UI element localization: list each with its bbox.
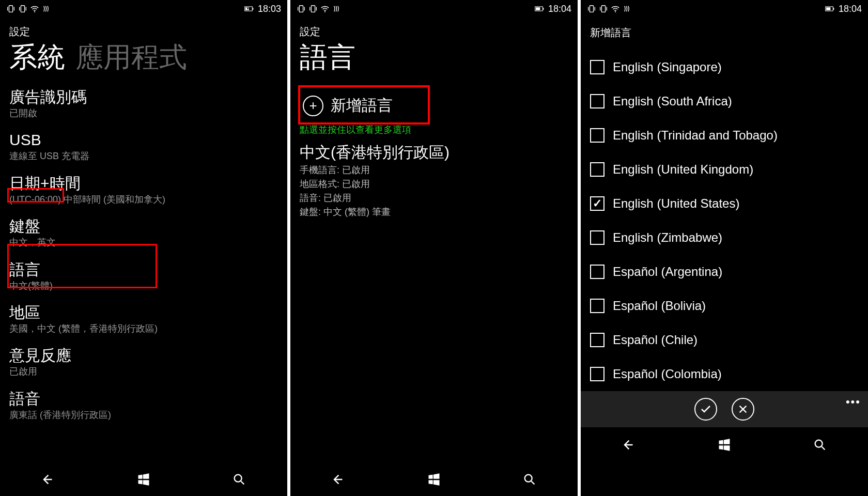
wifi-icon [320,4,330,13]
search-button[interactable] [810,435,830,455]
confirm-button[interactable] [694,398,717,421]
language-option[interactable]: English (Singapore) [590,50,859,84]
language-option[interactable]: English (United Kingdom) [590,152,859,187]
setting-title: USB [9,131,278,149]
nav-bar [290,462,578,496]
svg-rect-8 [311,6,315,12]
language-option-label: English (Trinidad and Tobago) [613,128,778,143]
language-detail: 語音: 已啟用 [300,191,568,205]
setting-subtitle: 美國，中文 (繁體，香港特別行政區) [9,323,278,335]
svg-rect-7 [299,6,303,12]
language-option-label: Español (Bolivia) [613,299,706,313]
svg-rect-4 [253,8,253,10]
language-detail: 鍵盤: 中文 (繁體) 筆畫 [300,205,568,219]
language-option-label: English (Zimbabwe) [613,230,722,245]
language-option[interactable]: Español (Bolivia) [590,289,859,323]
svg-point-16 [615,11,616,12]
checkbox-icon[interactable] [590,333,605,347]
back-button[interactable] [38,469,58,490]
app-bar: ••• [581,391,868,427]
language-option-label: Español (Colombia) [613,367,722,381]
phone-screen-system-settings: 18:03 設定 系統 應用程式 廣告識別碼 已開啟 USB 連線至 USB 充… [0,0,287,496]
sync-icon [332,4,342,13]
setting-speech[interactable]: 語音 廣東話 (香港特別行政區) [9,384,278,427]
setting-advertising-id[interactable]: 廣告識別碼 已開啟 [9,83,278,126]
checkbox-icon[interactable] [590,94,605,109]
setting-subtitle: 已開啟 [9,107,278,119]
vibrate-icon [6,4,16,13]
language-list[interactable]: English (Singapore)English (South Africa… [581,40,868,391]
svg-rect-1 [21,6,24,12]
svg-rect-19 [826,7,830,10]
svg-point-13 [525,474,532,482]
sync-icon [42,4,51,13]
search-button[interactable] [519,469,540,490]
language-option-label: English (United Kingdom) [613,162,753,177]
setting-usb[interactable]: USB 連線至 USB 充電器 [9,126,278,168]
setting-title: 廣告識別碼 [9,88,278,106]
svg-rect-15 [601,6,605,12]
language-option[interactable]: English (Zimbabwe) [590,221,859,255]
battery-icon [825,4,834,13]
setting-region[interactable]: 地區 美國，中文 (繁體，香港特別行政區) [9,298,278,341]
status-time: 18:04 [548,4,571,14]
back-button[interactable] [618,435,639,455]
svg-point-9 [324,11,326,12]
checkbox-icon[interactable] [590,367,605,381]
status-time: 18:04 [839,4,862,14]
checkbox-icon[interactable] [590,128,605,143]
language-option[interactable]: English (South Africa) [590,84,859,118]
setting-feedback[interactable]: 意見反應 已啟用 [9,341,278,384]
setting-title: 語音 [9,390,278,408]
wifi-icon [30,4,39,13]
battery-icon [535,4,544,13]
vibrate-icon [18,4,27,13]
search-button[interactable] [229,469,250,490]
svg-rect-18 [833,8,834,10]
language-option[interactable]: Español (Chile) [590,323,859,357]
language-option-label: English (United States) [613,196,739,211]
language-content: + 新增語言 點選並按住以查看更多選項 中文(香港特別行政區) 手機語言: 已啟… [290,82,578,462]
nav-bar [0,462,287,496]
phone-screen-add-language: 18:04 新增語言 English (Singapore)English (S… [581,0,868,496]
language-option[interactable]: Español (Colombia) [590,357,859,391]
phone-screen-language-settings: 18:04 設定 語言 + 新增語言 點選並按住以查看更多選項 中文(香港特別行… [290,0,578,496]
checkbox-icon[interactable] [590,162,605,177]
nav-bar [581,427,868,461]
tab-system[interactable]: 系統 [9,39,65,76]
battery-charging-icon [244,4,254,13]
start-button[interactable] [714,435,735,455]
page-title: 語言 [290,39,578,82]
cancel-button[interactable] [732,398,754,421]
more-button[interactable]: ••• [846,395,861,409]
language-detail: 地區格式: 已啟用 [300,177,568,191]
language-option-label: English (South Africa) [613,94,732,109]
back-button[interactable] [328,469,349,490]
language-name: 中文(香港特別行政區) [300,142,568,163]
start-button[interactable] [133,469,154,490]
language-option-label: Español (Argentina) [613,265,722,279]
pivot-tabs: 系統 應用程式 [0,39,287,80]
svg-point-20 [815,440,823,447]
setting-subtitle: 連線至 USB 充電器 [9,150,278,162]
language-option-label: English (Singapore) [613,60,722,74]
checkbox-icon[interactable] [590,230,605,245]
checkbox-icon[interactable] [590,265,605,279]
setting-title: 意見反應 [9,346,278,365]
language-detail: 手機語言: 已啟用 [300,163,568,177]
start-button[interactable] [424,469,444,490]
wifi-icon [611,4,620,13]
checkbox-icon[interactable] [590,60,605,74]
status-time: 18:03 [258,4,281,14]
language-option[interactable]: English (Trinidad and Tobago) [590,118,859,152]
language-entry[interactable]: 中文(香港特別行政區) 手機語言: 已啟用 地區格式: 已啟用 語音: 已啟用 … [300,140,568,219]
language-option[interactable]: English (United States) [590,187,859,221]
tab-apps[interactable]: 應用程式 [75,39,187,76]
setting-title: 鍵盤 [9,217,278,236]
checkbox-icon[interactable] [590,196,605,211]
language-option[interactable]: Español (Argentina) [590,255,859,289]
vibrate-icon [308,4,318,13]
language-option-label: Español (Chile) [613,333,698,347]
checkbox-icon[interactable] [590,299,605,313]
annotation-highlight [7,244,157,288]
